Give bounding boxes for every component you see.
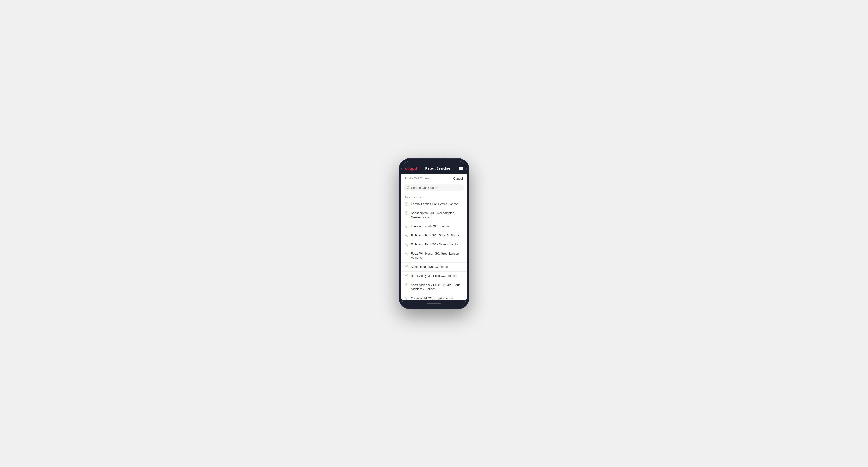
location-pin-icon xyxy=(405,225,408,228)
app-title: Recent Searches xyxy=(425,166,450,170)
course-name-2: Roehampton Club - Roehampton, Greater Lo… xyxy=(411,211,463,219)
svg-point-5 xyxy=(406,235,407,236)
menu-icon[interactable] xyxy=(459,167,463,170)
location-pin-icon xyxy=(405,203,408,206)
find-bar: Find a Golf Course Cancel xyxy=(401,174,467,182)
search-input[interactable] xyxy=(411,186,461,189)
svg-line-1 xyxy=(409,188,409,189)
location-pin-icon xyxy=(405,283,408,287)
course-item-1[interactable]: Central London Golf Centre, London xyxy=(401,200,467,209)
phone-screen: clippd Recent Searches Find a Golf Cours… xyxy=(401,161,467,306)
home-bar xyxy=(427,304,441,304)
app-logo: clippd xyxy=(405,166,417,171)
phone-frame: clippd Recent Searches Find a Golf Cours… xyxy=(399,158,469,309)
svg-point-6 xyxy=(406,244,407,245)
location-pin-icon xyxy=(405,265,408,269)
location-pin-icon xyxy=(405,234,408,237)
search-icon xyxy=(407,186,410,189)
course-item-4[interactable]: Richmond Park GC - Prince's, Surrey xyxy=(401,231,467,241)
course-name-8: Brent Valley Municipal GC, London xyxy=(411,274,457,278)
course-item-10[interactable]: Coombe Hill GC, Kingston upon Thames xyxy=(401,294,467,300)
svg-point-7 xyxy=(406,253,407,254)
svg-point-9 xyxy=(406,275,407,276)
course-item-3[interactable]: London Scottish GC, London xyxy=(401,222,467,231)
find-label: Find a Golf Course xyxy=(405,177,429,180)
course-name-6: Royal Wimbledon GC, Great London Authori… xyxy=(411,252,463,260)
course-item-2[interactable]: Roehampton Club - Roehampton, Greater Lo… xyxy=(401,209,467,222)
location-pin-icon xyxy=(405,252,408,255)
location-pin-icon xyxy=(405,212,408,215)
course-item-9[interactable]: North Middlesex GC (1011942 - North Midd… xyxy=(401,281,467,294)
content-area: Find a Golf Course Cancel Nearby courses xyxy=(401,174,467,300)
search-input-wrapper xyxy=(404,184,464,191)
svg-point-10 xyxy=(406,284,407,285)
svg-point-4 xyxy=(406,226,407,226)
location-pin-icon xyxy=(405,243,408,246)
home-indicator xyxy=(401,300,467,306)
svg-point-11 xyxy=(406,298,407,299)
status-bar xyxy=(401,161,467,164)
course-name-5: Richmond Park GC - Duke's, London xyxy=(411,243,459,247)
location-pin-icon xyxy=(405,274,408,278)
course-name-9: North Middlesex GC (1011942 - North Midd… xyxy=(411,283,463,291)
svg-point-2 xyxy=(406,204,407,205)
course-item-6[interactable]: Royal Wimbledon GC, Great London Authori… xyxy=(401,249,467,262)
course-name-7: Dukes Meadows GC, London xyxy=(411,265,450,269)
svg-point-3 xyxy=(406,212,407,213)
cancel-button[interactable]: Cancel xyxy=(453,177,463,180)
location-pin-icon xyxy=(405,297,408,300)
svg-point-8 xyxy=(406,266,407,267)
nearby-label: Nearby courses xyxy=(401,193,467,200)
course-item-7[interactable]: Dukes Meadows GC, London xyxy=(401,262,467,272)
course-name-10: Coombe Hill GC, Kingston upon Thames xyxy=(411,297,463,300)
search-container xyxy=(401,182,467,193)
course-item-5[interactable]: Richmond Park GC - Duke's, London xyxy=(401,240,467,249)
nearby-section: Nearby courses Central London Golf Centr… xyxy=(401,193,467,300)
course-name-3: London Scottish GC, London xyxy=(411,224,449,229)
course-name-4: Richmond Park GC - Prince's, Surrey xyxy=(411,234,460,238)
app-header: clippd Recent Searches xyxy=(401,164,467,174)
course-item-8[interactable]: Brent Valley Municipal GC, London xyxy=(401,272,467,281)
course-name-1: Central London Golf Centre, London xyxy=(411,202,459,207)
